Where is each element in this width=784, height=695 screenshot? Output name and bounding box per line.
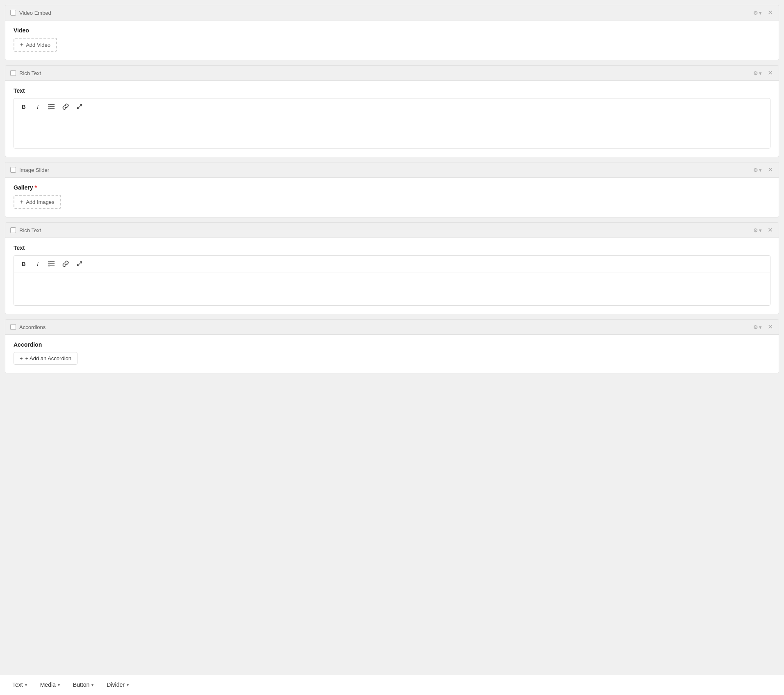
svg-point-10 — [48, 263, 50, 265]
gear-icon-rt2: ⚙ — [753, 227, 758, 233]
settings-button-video[interactable]: ⚙ ▾ — [752, 9, 763, 17]
chevron-down-icon: ▾ — [759, 10, 762, 16]
block-image-slider: Image Slider ⚙ ▾ ✕ Gallery * + Add I — [5, 162, 779, 217]
toolbar-media-label: Media — [40, 681, 56, 688]
block-header-right-accordion: ⚙ ▾ ✕ — [752, 323, 774, 331]
block-header-slider: Image Slider ⚙ ▾ ✕ — [5, 162, 779, 178]
chevron-media-icon: ▾ — [58, 683, 60, 687]
rich-text-editor-1: B I — [14, 98, 770, 149]
block-accordions: Accordions ⚙ ▾ ✕ Accordion + + Add an Ac… — [5, 319, 779, 373]
block-header-accordion: Accordions ⚙ ▾ ✕ — [5, 320, 779, 335]
svg-point-11 — [48, 265, 50, 267]
expand-button-video[interactable]: ✕ — [767, 9, 774, 17]
toolbar-media-button[interactable]: Media ▾ — [34, 679, 66, 691]
block-title-slider: Image Slider — [19, 167, 49, 173]
block-video-embed: Video Embed ⚙ ▾ ✕ Video + Add Video — [5, 5, 779, 60]
expand-button-slider[interactable]: ✕ — [767, 166, 774, 174]
block-header-left-rt2: Rich Text — [10, 227, 41, 233]
link-button-1[interactable] — [59, 101, 72, 112]
toolbar-divider-label: Divider — [107, 681, 125, 688]
block-header-rt1: Rich Text ⚙ ▾ ✕ — [5, 66, 779, 81]
field-label-accordion: Accordion — [14, 341, 770, 348]
add-video-label: Add Video — [26, 42, 50, 48]
block-body-rt2: Text B I — [5, 238, 779, 314]
chevron-down-icon-slider: ▾ — [759, 167, 762, 173]
block-checkbox-slider[interactable] — [10, 167, 16, 173]
chevron-down-icon-accordion: ▾ — [759, 324, 762, 330]
field-label-video: Video — [14, 27, 770, 34]
block-checkbox-accordion[interactable] — [10, 324, 16, 330]
block-rich-text-1: Rich Text ⚙ ▾ ✕ Text B I — [5, 65, 779, 157]
chevron-text-icon: ▾ — [25, 683, 27, 687]
svg-point-9 — [48, 261, 50, 263]
chevron-down-icon-rt1: ▾ — [759, 70, 762, 76]
block-checkbox-rt2[interactable] — [10, 227, 16, 233]
toolbar-text-label: Text — [12, 681, 23, 688]
required-star-gallery: * — [34, 184, 36, 191]
expand-button-rte-2[interactable] — [73, 258, 86, 270]
block-header-right-video: ⚙ ▾ ✕ — [752, 9, 774, 17]
expand-button-rt2[interactable]: ✕ — [767, 226, 774, 234]
rte-toolbar-2: B I — [14, 256, 770, 272]
gear-icon: ⚙ — [753, 10, 758, 16]
blocks-area: Video Embed ⚙ ▾ ✕ Video + Add Video — [0, 0, 784, 674]
field-label-rt1: Text — [14, 87, 770, 94]
add-images-label: Add Images — [26, 199, 54, 205]
rte-content-1[interactable] — [14, 115, 770, 148]
block-header-left-rt1: Rich Text — [10, 70, 41, 76]
toolbar-text-button[interactable]: Text ▾ — [7, 679, 33, 691]
chevron-button-icon: ▾ — [91, 683, 93, 687]
rte-content-2[interactable] — [14, 272, 770, 305]
block-checkbox-video[interactable] — [10, 10, 16, 16]
block-title-video: Video Embed — [19, 10, 51, 16]
svg-point-5 — [48, 108, 50, 110]
block-checkbox-rt1[interactable] — [10, 70, 16, 76]
settings-button-rt2[interactable]: ⚙ ▾ — [752, 226, 763, 234]
block-body-accordion: Accordion + + Add an Accordion — [5, 335, 779, 373]
expand-button-rt1[interactable]: ✕ — [767, 69, 774, 77]
toolbar-divider-button[interactable]: Divider ▾ — [101, 679, 134, 691]
list-button-1[interactable] — [45, 101, 58, 112]
add-accordion-label: + Add an Accordion — [25, 355, 71, 361]
block-header-right-rt2: ⚙ ▾ ✕ — [752, 226, 774, 234]
toolbar-button-button[interactable]: Button ▾ — [67, 679, 99, 691]
list-button-2[interactable] — [45, 258, 58, 270]
settings-button-slider[interactable]: ⚙ ▾ — [752, 166, 763, 174]
block-header-left: Video Embed — [10, 10, 51, 16]
svg-point-3 — [48, 104, 50, 105]
rte-toolbar-1: B I — [14, 98, 770, 115]
add-images-button[interactable]: + Add Images — [14, 195, 61, 209]
block-title-rt1: Rich Text — [19, 70, 41, 76]
block-header-rt2: Rich Text ⚙ ▾ ✕ — [5, 223, 779, 238]
block-header-right-slider: ⚙ ▾ ✕ — [752, 166, 774, 174]
gear-icon-slider: ⚙ — [753, 167, 758, 173]
add-video-button[interactable]: + Add Video — [14, 38, 57, 52]
settings-button-rt1[interactable]: ⚙ ▾ — [752, 69, 763, 77]
block-title-accordion: Accordions — [19, 324, 46, 330]
svg-point-4 — [48, 106, 50, 107]
field-label-rt2: Text — [14, 245, 770, 251]
field-label-gallery: Gallery * — [14, 184, 770, 191]
settings-button-accordion[interactable]: ⚙ ▾ — [752, 323, 763, 331]
block-header-right-rt1: ⚙ ▾ ✕ — [752, 69, 774, 77]
gear-icon-rt1: ⚙ — [753, 70, 758, 76]
add-accordion-button[interactable]: + + Add an Accordion — [14, 352, 77, 365]
expand-button-accordion[interactable]: ✕ — [767, 323, 774, 331]
block-body-slider: Gallery * + Add Images — [5, 178, 779, 217]
block-header-video: Video Embed ⚙ ▾ ✕ — [5, 5, 779, 21]
bottom-toolbar: Text ▾ Media ▾ Button ▾ Divider ▾ — [0, 674, 784, 695]
italic-button-2[interactable]: I — [31, 258, 44, 270]
block-rich-text-2: Rich Text ⚙ ▾ ✕ Text B I — [5, 222, 779, 314]
plus-icon-accordion: + — [20, 355, 23, 361]
chevron-down-icon-rt2: ▾ — [759, 227, 762, 233]
toolbar-button-label: Button — [73, 681, 89, 688]
block-title-rt2: Rich Text — [19, 227, 41, 233]
plus-icon-gallery: + — [20, 199, 23, 205]
bold-button-2[interactable]: B — [17, 258, 30, 270]
link-button-2[interactable] — [59, 258, 72, 270]
plus-icon-video: + — [20, 41, 23, 48]
italic-button-1[interactable]: I — [31, 101, 44, 112]
bold-button-1[interactable]: B — [17, 101, 30, 112]
rich-text-editor-2: B I — [14, 255, 770, 306]
expand-button-rte-1[interactable] — [73, 101, 86, 112]
